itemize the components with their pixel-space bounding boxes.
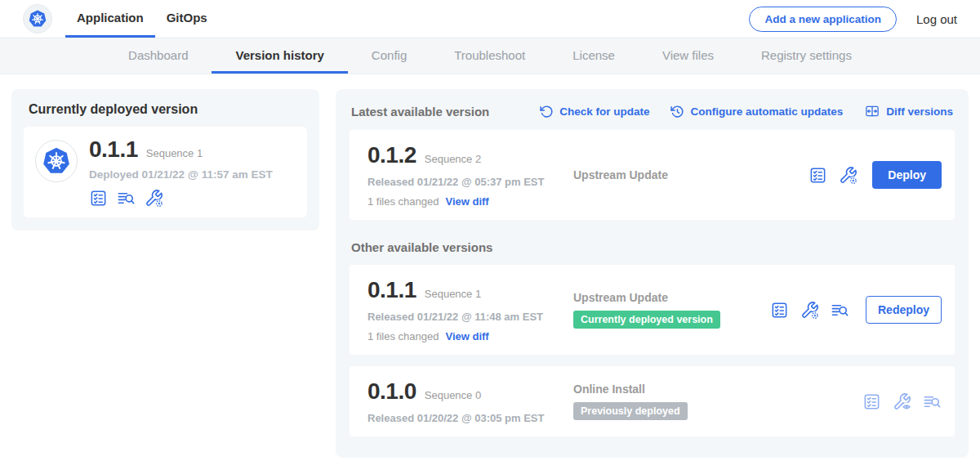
deployed-version-number: 0.1.1 [89, 137, 138, 163]
tab-application-label: Application [77, 11, 144, 25]
deploy-button[interactable]: Deploy [872, 161, 942, 189]
other-versions-heading: Other available versions [351, 240, 953, 254]
kubernetes-app-icon [35, 140, 78, 182]
edit-config-icon[interactable] [800, 301, 819, 320]
latest-version-heading: Latest available version [351, 105, 489, 119]
deploy-logs-icon[interactable] [117, 189, 136, 208]
version-source-label: Upstream Update [573, 168, 808, 181]
view-diff-link[interactable]: View diff [445, 195, 488, 208]
subnav-item-version-history[interactable]: Version history [212, 38, 347, 74]
kubernetes-logo-icon [23, 4, 52, 34]
version-source-label: Upstream Update [573, 291, 770, 304]
tab-application[interactable]: Application [65, 0, 155, 38]
files-changed-label: 1 files changed [368, 330, 439, 342]
subnav-item-license[interactable]: License [549, 38, 639, 74]
subnav-item-dashboard[interactable]: Dashboard [105, 38, 212, 74]
refresh-icon [540, 105, 554, 119]
panel-actions: Check for update Configure automatic upd… [540, 104, 953, 119]
version-number: 0.1.0 [368, 378, 416, 405]
header-tabs: Application GitOps [65, 0, 219, 38]
main-content: Currently deployed version 0.1.1 Sequenc… [0, 74, 980, 458]
version-history-panel: Latest available version Check for updat… [336, 89, 969, 458]
view-config-icon[interactable] [893, 392, 911, 411]
configure-automatic-updates-link[interactable]: Configure automatic updates [670, 105, 843, 119]
edit-config-icon[interactable] [145, 189, 163, 208]
tab-gitops-label: GitOps [167, 11, 207, 25]
preflight-checks-icon[interactable] [770, 301, 789, 320]
deployed-timestamp: Deployed 01/21/22 @ 11:57 am EST [89, 168, 273, 181]
deployed-version-card: 0.1.1 Sequence 1 Deployed 01/21/22 @ 11:… [24, 127, 307, 217]
version-number: 0.1.1 [368, 277, 416, 303]
preflight-checks-icon[interactable] [89, 189, 108, 208]
logout-button[interactable]: Log out [916, 12, 957, 26]
version-source-label: Online Install [573, 383, 862, 396]
preflight-checks-icon[interactable] [808, 166, 827, 185]
app-header: Application GitOps Add a new application… [0, 0, 980, 38]
view-diff-link[interactable]: View diff [445, 330, 488, 342]
check-for-update-link[interactable]: Check for update [540, 105, 649, 119]
files-changed-label: 1 files changed [368, 195, 439, 208]
released-timestamp: Released 01/21/22 @ 11:48 am EST [368, 311, 573, 323]
preflight-checks-icon[interactable] [862, 392, 881, 411]
sequence-label: Sequence 0 [425, 389, 481, 401]
diff-versions-label: Diff versions [886, 105, 953, 118]
redeploy-button[interactable]: Redeploy [866, 296, 942, 324]
sequence-label: Sequence 1 [425, 288, 481, 300]
diff-versions-link[interactable]: Diff versions [864, 104, 953, 119]
released-timestamp: Released 01/21/22 @ 05:37 pm EST [368, 176, 573, 188]
version-row-0-1-0: 0.1.0 Sequence 0 Released 01/20/22 @ 03:… [350, 366, 955, 436]
deploy-logs-icon[interactable] [831, 301, 849, 320]
sequence-label: Sequence 2 [425, 153, 481, 165]
deployed-card-title: Currently deployed version [29, 102, 307, 117]
edit-config-icon[interactable] [839, 166, 858, 185]
version-number: 0.1.2 [368, 142, 416, 168]
version-row-0-1-1: 0.1.1 Sequence 1 Released 01/21/22 @ 11:… [350, 265, 955, 355]
tab-gitops[interactable]: GitOps [155, 0, 219, 38]
subnav-item-troubleshoot[interactable]: Troubleshoot [430, 38, 549, 74]
subnav-item-registry-settings[interactable]: Registry settings [737, 38, 875, 74]
app-subnav: Dashboard Version history Config Trouble… [0, 38, 980, 74]
deployed-sequence-label: Sequence 1 [146, 147, 203, 159]
configure-automatic-updates-label: Configure automatic updates [690, 105, 843, 118]
scheduled-update-icon [670, 105, 684, 119]
currently-deployed-badge: Currently deployed version [573, 311, 720, 329]
subnav-item-view-files[interactable]: View files [639, 38, 737, 74]
check-for-update-label: Check for update [559, 105, 649, 118]
previously-deployed-badge: Previously deployed [573, 402, 688, 420]
released-timestamp: Released 01/20/22 @ 03:05 pm EST [368, 412, 573, 424]
deploy-logs-icon[interactable] [923, 392, 942, 411]
currently-deployed-card: Currently deployed version 0.1.1 Sequenc… [11, 89, 319, 230]
diff-icon [864, 104, 880, 119]
add-new-application-button[interactable]: Add a new application [749, 7, 897, 32]
version-row-0-1-2: 0.1.2 Sequence 2 Released 01/21/22 @ 05:… [350, 130, 955, 220]
subnav-item-config[interactable]: Config [348, 38, 430, 74]
